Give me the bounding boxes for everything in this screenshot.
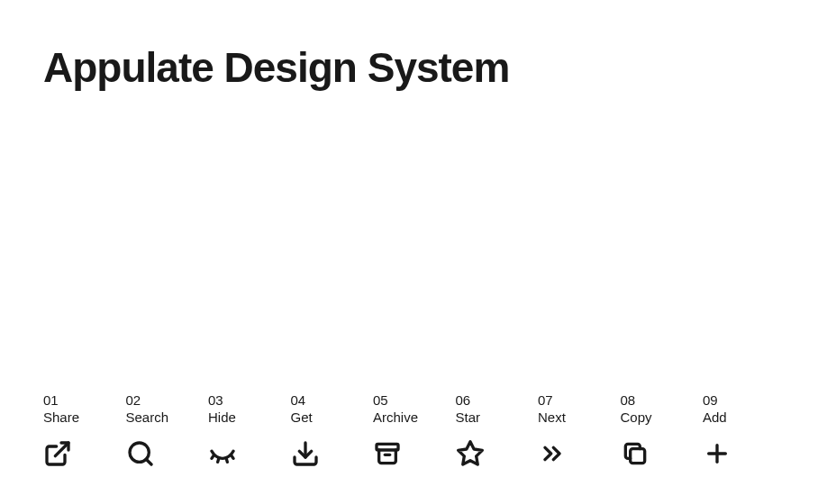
icon-item-add: 09 Add [703,392,775,468]
icon-label: Next [538,410,566,425]
icon-number: 07 [538,392,553,408]
plus-icon [703,439,732,468]
star-icon [456,439,485,468]
icon-item-star: 06 Star [456,392,528,468]
icon-item-next: 07 Next [538,392,610,468]
icon-grid: 01 Share 02 Search 03 Hide [43,392,775,468]
svg-line-0 [55,443,68,456]
icon-label: Search [126,410,169,425]
icon-label: Add [703,410,727,425]
share-icon [43,439,72,468]
icon-label: Copy [621,410,652,425]
svg-rect-11 [630,449,644,464]
svg-line-6 [231,454,233,458]
icon-number: 02 [126,392,141,408]
icon-number: 03 [208,392,223,408]
download-icon [291,439,320,468]
icon-item-share: 01 Share [43,392,115,468]
icon-number: 09 [703,392,718,408]
icon-label: Share [43,410,79,425]
svg-line-5 [226,458,227,463]
page-title: Appulate Design System [43,43,509,92]
svg-line-2 [146,459,151,464]
icon-label: Star [456,410,481,425]
icon-label: Archive [373,410,418,425]
icon-label: Hide [208,410,236,425]
svg-marker-10 [458,442,482,464]
icon-item-hide: 03 Hide [208,392,280,468]
icon-number: 06 [456,392,471,408]
icon-item-get: 04 Get [291,392,363,468]
icon-number: 01 [43,392,59,408]
copy-icon [621,439,650,468]
chevrons-right-icon [538,439,567,468]
svg-line-3 [212,454,214,458]
icon-item-archive: 05 Archive [373,392,445,468]
icon-number: 05 [373,392,388,408]
hide-icon [208,439,237,468]
search-icon [126,439,155,468]
icon-item-copy: 08 Copy [621,392,693,468]
archive-icon [373,439,402,468]
icon-number: 04 [291,392,306,408]
icon-label: Get [291,410,313,425]
svg-line-4 [218,458,219,463]
icon-number: 08 [621,392,636,408]
icon-item-search: 02 Search [126,392,198,468]
